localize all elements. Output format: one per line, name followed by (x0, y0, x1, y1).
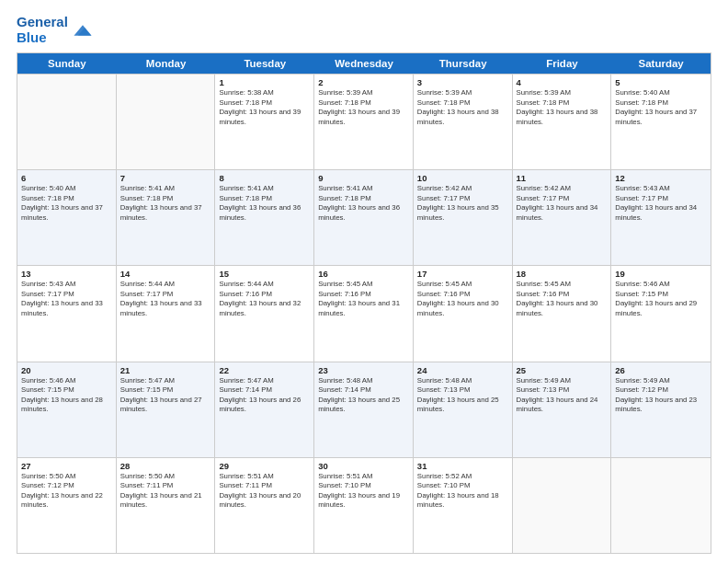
day-info: Sunrise: 5:39 AM Sunset: 7:18 PM Dayligh… (517, 88, 608, 127)
day-cell-17: 17Sunrise: 5:45 AM Sunset: 7:16 PM Dayli… (414, 266, 513, 361)
day-info: Sunrise: 5:43 AM Sunset: 7:17 PM Dayligh… (21, 280, 112, 318)
day-cell-16: 16Sunrise: 5:45 AM Sunset: 7:16 PM Dayli… (314, 266, 414, 361)
day-number: 31 (417, 461, 508, 471)
day-cell-10: 10Sunrise: 5:42 AM Sunset: 7:17 PM Dayli… (414, 170, 513, 265)
day-number: 2 (318, 77, 409, 87)
day-info: Sunrise: 5:50 AM Sunset: 7:12 PM Dayligh… (21, 472, 112, 511)
day-number: 1 (219, 77, 310, 87)
header-day-friday: Friday (513, 53, 612, 74)
day-number: 23 (318, 365, 409, 375)
empty-cell (611, 458, 711, 553)
day-number: 4 (517, 77, 608, 87)
logo-icon (73, 20, 93, 40)
day-cell-26: 26Sunrise: 5:49 AM Sunset: 7:12 PM Dayli… (611, 362, 711, 457)
day-number: 3 (417, 77, 508, 87)
day-number: 11 (517, 173, 608, 183)
day-info: Sunrise: 5:41 AM Sunset: 7:18 PM Dayligh… (318, 184, 409, 223)
day-number: 30 (318, 461, 409, 471)
day-info: Sunrise: 5:41 AM Sunset: 7:18 PM Dayligh… (219, 184, 310, 223)
day-number: 14 (120, 269, 211, 279)
day-number: 21 (120, 365, 211, 375)
day-cell-2: 2Sunrise: 5:39 AM Sunset: 7:18 PM Daylig… (314, 75, 414, 169)
calendar-row-4: 27Sunrise: 5:50 AM Sunset: 7:12 PM Dayli… (17, 457, 711, 553)
day-info: Sunrise: 5:44 AM Sunset: 7:17 PM Dayligh… (120, 280, 211, 318)
day-number: 16 (318, 269, 409, 279)
day-cell-9: 9Sunrise: 5:41 AM Sunset: 7:18 PM Daylig… (314, 170, 414, 265)
header-day-wednesday: Wednesday (314, 53, 414, 74)
header-day-monday: Monday (117, 53, 216, 74)
day-cell-24: 24Sunrise: 5:48 AM Sunset: 7:13 PM Dayli… (414, 362, 513, 457)
header: General Blue (17, 15, 711, 45)
header-day-thursday: Thursday (414, 53, 513, 74)
day-info: Sunrise: 5:40 AM Sunset: 7:18 PM Dayligh… (21, 184, 112, 223)
day-number: 25 (517, 365, 608, 375)
day-cell-3: 3Sunrise: 5:39 AM Sunset: 7:18 PM Daylig… (414, 75, 513, 169)
day-info: Sunrise: 5:48 AM Sunset: 7:14 PM Dayligh… (318, 376, 409, 415)
day-number: 13 (21, 269, 112, 279)
day-cell-30: 30Sunrise: 5:51 AM Sunset: 7:10 PM Dayli… (314, 458, 414, 553)
day-info: Sunrise: 5:42 AM Sunset: 7:17 PM Dayligh… (417, 184, 508, 223)
day-number: 20 (21, 365, 112, 375)
header-day-saturday: Saturday (611, 53, 711, 74)
day-number: 7 (120, 173, 211, 183)
calendar-row-2: 13Sunrise: 5:43 AM Sunset: 7:17 PM Dayli… (17, 265, 711, 361)
day-info: Sunrise: 5:46 AM Sunset: 7:15 PM Dayligh… (21, 376, 112, 415)
day-info: Sunrise: 5:51 AM Sunset: 7:10 PM Dayligh… (318, 472, 409, 511)
day-info: Sunrise: 5:41 AM Sunset: 7:18 PM Dayligh… (120, 184, 211, 223)
day-info: Sunrise: 5:45 AM Sunset: 7:16 PM Dayligh… (417, 280, 508, 318)
day-number: 5 (615, 77, 707, 87)
day-info: Sunrise: 5:48 AM Sunset: 7:13 PM Dayligh… (417, 376, 508, 415)
day-cell-13: 13Sunrise: 5:43 AM Sunset: 7:17 PM Dayli… (17, 266, 117, 361)
day-number: 27 (21, 461, 112, 471)
day-info: Sunrise: 5:42 AM Sunset: 7:17 PM Dayligh… (517, 184, 608, 223)
day-info: Sunrise: 5:49 AM Sunset: 7:12 PM Dayligh… (615, 376, 707, 415)
header-day-tuesday: Tuesday (215, 53, 314, 74)
header-day-sunday: Sunday (17, 53, 117, 74)
day-info: Sunrise: 5:50 AM Sunset: 7:11 PM Dayligh… (120, 472, 211, 511)
day-cell-25: 25Sunrise: 5:49 AM Sunset: 7:13 PM Dayli… (513, 362, 612, 457)
day-cell-11: 11Sunrise: 5:42 AM Sunset: 7:17 PM Dayli… (513, 170, 612, 265)
day-cell-28: 28Sunrise: 5:50 AM Sunset: 7:11 PM Dayli… (117, 458, 216, 553)
day-number: 8 (219, 173, 310, 183)
day-info: Sunrise: 5:49 AM Sunset: 7:13 PM Dayligh… (517, 376, 608, 415)
day-info: Sunrise: 5:45 AM Sunset: 7:16 PM Dayligh… (517, 280, 608, 318)
day-info: Sunrise: 5:52 AM Sunset: 7:10 PM Dayligh… (417, 472, 508, 511)
day-cell-14: 14Sunrise: 5:44 AM Sunset: 7:17 PM Dayli… (117, 266, 216, 361)
day-number: 26 (615, 365, 707, 375)
logo-general: General (17, 15, 68, 30)
day-info: Sunrise: 5:39 AM Sunset: 7:18 PM Dayligh… (318, 88, 409, 127)
day-info: Sunrise: 5:45 AM Sunset: 7:16 PM Dayligh… (318, 280, 409, 318)
day-cell-31: 31Sunrise: 5:52 AM Sunset: 7:10 PM Dayli… (414, 458, 513, 553)
day-cell-19: 19Sunrise: 5:46 AM Sunset: 7:15 PM Dayli… (611, 266, 711, 361)
day-info: Sunrise: 5:47 AM Sunset: 7:14 PM Dayligh… (219, 376, 310, 415)
day-cell-7: 7Sunrise: 5:41 AM Sunset: 7:18 PM Daylig… (117, 170, 216, 265)
day-cell-27: 27Sunrise: 5:50 AM Sunset: 7:12 PM Dayli… (17, 458, 117, 553)
day-number: 15 (219, 269, 310, 279)
day-number: 6 (21, 173, 112, 183)
day-info: Sunrise: 5:40 AM Sunset: 7:18 PM Dayligh… (615, 88, 707, 127)
day-cell-6: 6Sunrise: 5:40 AM Sunset: 7:18 PM Daylig… (17, 170, 117, 265)
day-cell-5: 5Sunrise: 5:40 AM Sunset: 7:18 PM Daylig… (611, 75, 711, 169)
calendar-row-1: 6Sunrise: 5:40 AM Sunset: 7:18 PM Daylig… (17, 169, 711, 265)
day-info: Sunrise: 5:39 AM Sunset: 7:18 PM Dayligh… (417, 88, 508, 127)
empty-cell (117, 75, 216, 169)
day-cell-29: 29Sunrise: 5:51 AM Sunset: 7:11 PM Dayli… (215, 458, 314, 553)
day-number: 24 (417, 365, 508, 375)
day-number: 17 (417, 269, 508, 279)
day-info: Sunrise: 5:51 AM Sunset: 7:11 PM Dayligh… (219, 472, 310, 511)
day-cell-22: 22Sunrise: 5:47 AM Sunset: 7:14 PM Dayli… (215, 362, 314, 457)
day-info: Sunrise: 5:46 AM Sunset: 7:15 PM Dayligh… (615, 280, 707, 318)
calendar-row-0: 1Sunrise: 5:38 AM Sunset: 7:18 PM Daylig… (17, 74, 711, 169)
day-cell-8: 8Sunrise: 5:41 AM Sunset: 7:18 PM Daylig… (215, 170, 314, 265)
day-cell-4: 4Sunrise: 5:39 AM Sunset: 7:18 PM Daylig… (513, 75, 612, 169)
day-number: 10 (417, 173, 508, 183)
day-info: Sunrise: 5:44 AM Sunset: 7:16 PM Dayligh… (219, 280, 310, 318)
day-number: 9 (318, 173, 409, 183)
day-number: 12 (615, 173, 707, 183)
day-number: 28 (120, 461, 211, 471)
calendar: SundayMondayTuesdayWednesdayThursdayFrid… (17, 52, 711, 554)
day-cell-18: 18Sunrise: 5:45 AM Sunset: 7:16 PM Dayli… (513, 266, 612, 361)
day-number: 29 (219, 461, 310, 471)
calendar-row-3: 20Sunrise: 5:46 AM Sunset: 7:15 PM Dayli… (17, 362, 711, 457)
day-cell-15: 15Sunrise: 5:44 AM Sunset: 7:16 PM Dayli… (215, 266, 314, 361)
